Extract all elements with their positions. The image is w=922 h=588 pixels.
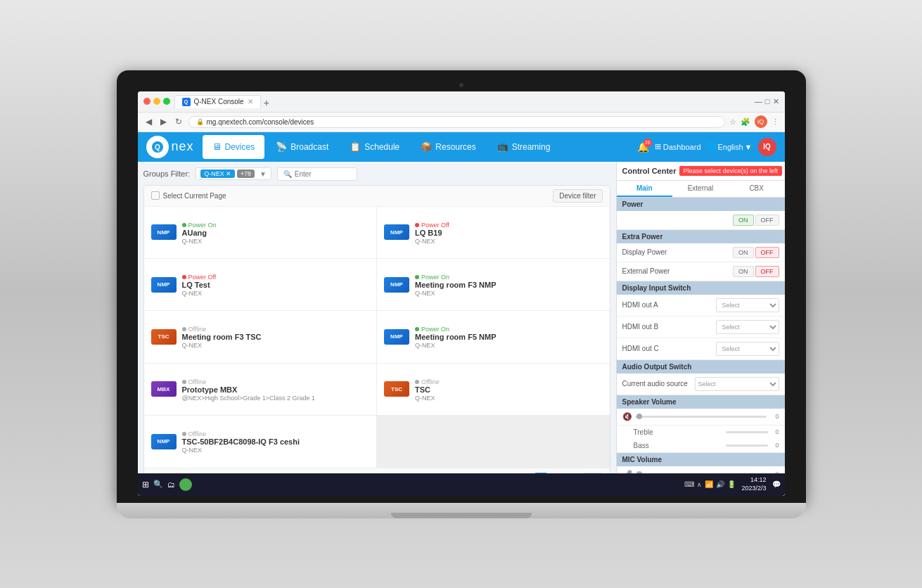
cc-tab-main[interactable]: Main xyxy=(617,181,673,197)
search-input-field[interactable] xyxy=(295,170,351,178)
power-off-btn[interactable]: OFF xyxy=(755,215,779,226)
url-bar[interactable]: 🔒 mg.qnextech.com/console/devices xyxy=(188,116,725,128)
dashboard-link[interactable]: ⊞ Dashboard xyxy=(655,142,701,151)
extra-power-section-title: Extra Power xyxy=(617,230,785,243)
taskbar-app-icon[interactable] xyxy=(179,478,192,491)
user-avatar[interactable]: IQ xyxy=(758,138,776,156)
taskbar-notification-icon[interactable]: 💬 xyxy=(772,480,781,488)
reload-button[interactable]: ↻ xyxy=(173,116,184,127)
device-card[interactable]: MBX Offline Prototype MBX @NEX>High Scho… xyxy=(144,364,377,415)
tray-caret-icon[interactable]: ∧ xyxy=(697,481,702,488)
devices-nav-icon: 🖥 xyxy=(212,141,222,152)
back-button[interactable]: ◀ xyxy=(143,116,154,127)
close-button[interactable] xyxy=(143,98,151,105)
tray-sound-icon: 🔊 xyxy=(716,480,724,488)
profile-icon[interactable]: IQ xyxy=(755,115,767,128)
filter-tag-close-icon[interactable]: ✕ xyxy=(226,170,231,177)
nav-tab-resources[interactable]: 📦 Resources xyxy=(411,135,485,159)
select-all-checkbox[interactable] xyxy=(151,191,160,200)
speaker-icon: 🔇 xyxy=(622,412,632,421)
start-button[interactable]: ⊞ xyxy=(142,480,149,490)
new-tab-button[interactable]: + xyxy=(261,97,272,108)
power-toggle[interactable]: ON OFF xyxy=(733,215,779,226)
device-filter-button[interactable]: Device filter xyxy=(553,189,602,203)
device-search[interactable]: 🔍 xyxy=(277,167,357,181)
device-status: Power On xyxy=(415,326,603,333)
external-power-off-btn[interactable]: OFF xyxy=(755,266,779,277)
device-group: Q-NEX xyxy=(415,395,603,402)
notification-bell[interactable]: 🔔 20 xyxy=(637,141,649,153)
status-dot xyxy=(415,327,419,331)
power-row: ON OFF xyxy=(617,211,785,230)
bell-badge: 20 xyxy=(644,139,652,147)
logo-area: Q nex xyxy=(146,136,194,158)
nav-tabs: 🖥 Devices 📡 Broadcast 📋 Schedule xyxy=(203,135,637,159)
select-all-area[interactable]: Select Current Page xyxy=(151,191,226,200)
tab-favicon: Q xyxy=(182,98,191,106)
taskbar-search-icon[interactable]: 🔍 xyxy=(153,480,163,489)
streaming-nav-label: Streaming xyxy=(512,142,551,152)
speaker-bass-slider[interactable] xyxy=(726,445,768,447)
close-win-icon[interactable]: ✕ xyxy=(773,97,779,106)
device-group: Q-NEX xyxy=(182,290,370,297)
device-group: Q-NEX xyxy=(182,447,370,454)
device-card[interactable]: NMP Offline TSC-50BF2B4C8098-IQ F3 ceshi… xyxy=(144,416,377,467)
nav-tab-schedule[interactable]: 📋 Schedule xyxy=(340,135,409,159)
device-card[interactable]: NMP Power On Meeting room F3 NMP Q-NEX xyxy=(377,259,610,310)
ssl-lock-icon: 🔒 xyxy=(196,118,204,125)
browser-tab[interactable]: Q Q-NEX Console ✕ xyxy=(174,95,261,108)
device-status: Power Off xyxy=(415,222,603,229)
external-power-on-btn[interactable]: ON xyxy=(733,266,754,277)
external-power-toggle[interactable]: ON OFF xyxy=(733,266,779,277)
device-card[interactable]: NMP Power On AUang Q-NEX xyxy=(144,207,377,258)
nav-tab-streaming[interactable]: 📺 Streaming xyxy=(487,135,561,159)
speaker-volume-slider[interactable] xyxy=(635,416,767,418)
device-info: Offline TSC Q-NEX xyxy=(415,377,603,402)
tab-title: Q-NEX Console xyxy=(194,98,244,106)
forward-button[interactable]: ▶ xyxy=(158,116,169,127)
device-info: Power On Meeting room F5 NMP Q-NEX xyxy=(415,324,603,349)
power-on-btn[interactable]: ON xyxy=(733,215,754,226)
speaker-treble-slider[interactable] xyxy=(726,431,768,433)
broadcast-nav-label: Broadcast xyxy=(290,142,328,152)
dashboard-icon: ⊞ xyxy=(655,142,661,151)
resources-nav-label: Resources xyxy=(435,142,475,152)
device-name: Prototype MBX xyxy=(182,385,370,394)
minimize-win-icon[interactable]: — xyxy=(755,97,762,106)
device-card[interactable]: NMP Power Off LQ B19 Q-NEX xyxy=(377,207,610,258)
status-dot xyxy=(182,432,186,436)
hdmi-a-select[interactable]: Select xyxy=(716,298,779,312)
hdmi-b-select[interactable]: Select xyxy=(716,320,779,334)
nav-tab-broadcast[interactable]: 📡 Broadcast xyxy=(266,135,338,159)
device-card[interactable]: TSC Offline Meeting room F3 TSC Q-NEX xyxy=(144,311,377,362)
taskbar-file-icon[interactable]: 🗂 xyxy=(167,480,175,489)
device-card[interactable]: TSC Offline TSC Q-NEX xyxy=(377,364,610,415)
status-label: Offline xyxy=(188,326,207,333)
app-content: Q nex 🖥 Devices 📡 xyxy=(138,132,785,496)
clock-area: 14:12 2023/2/3 xyxy=(741,476,766,492)
lang-chevron-icon: ▼ xyxy=(745,143,753,151)
device-card[interactable]: NMP Power On Meeting room F5 NMP Q-NEX xyxy=(377,311,610,362)
tab-close-btn[interactable]: ✕ xyxy=(248,98,253,106)
nav-tab-devices[interactable]: 🖥 Devices xyxy=(203,135,265,159)
restore-win-icon[interactable]: □ xyxy=(765,97,770,106)
extensions-icon[interactable]: 🧩 xyxy=(741,117,750,127)
cc-tab-cbx[interactable]: CBX xyxy=(729,181,785,197)
maximize-button[interactable] xyxy=(163,98,170,105)
cc-tab-external[interactable]: External xyxy=(672,181,729,197)
language-selector[interactable]: 🌐 English ▼ xyxy=(707,142,753,151)
display-power-on-btn[interactable]: ON xyxy=(733,247,754,258)
speaker-volume-row: 🔇 0 xyxy=(617,409,785,426)
status-label: Power On xyxy=(421,326,449,333)
main-body: Groups Filter: Q-NEX ✕ +78 ▼ xyxy=(138,162,785,496)
display-power-off-btn[interactable]: OFF xyxy=(755,247,779,258)
device-info: Power Off LQ Test Q-NEX xyxy=(182,272,370,297)
audio-source-select[interactable]: Select xyxy=(695,377,779,391)
group-filter-select[interactable]: Q-NEX ✕ +78 ▼ xyxy=(196,167,271,180)
bookmark-icon[interactable]: ☆ xyxy=(729,117,736,127)
display-power-toggle[interactable]: ON OFF xyxy=(733,247,779,258)
menu-icon[interactable]: ⋮ xyxy=(771,117,779,127)
minimize-button[interactable] xyxy=(153,98,160,105)
hdmi-c-select[interactable]: Select xyxy=(716,342,779,356)
device-card[interactable]: NMP Power Off LQ Test Q-NEX xyxy=(144,259,377,310)
